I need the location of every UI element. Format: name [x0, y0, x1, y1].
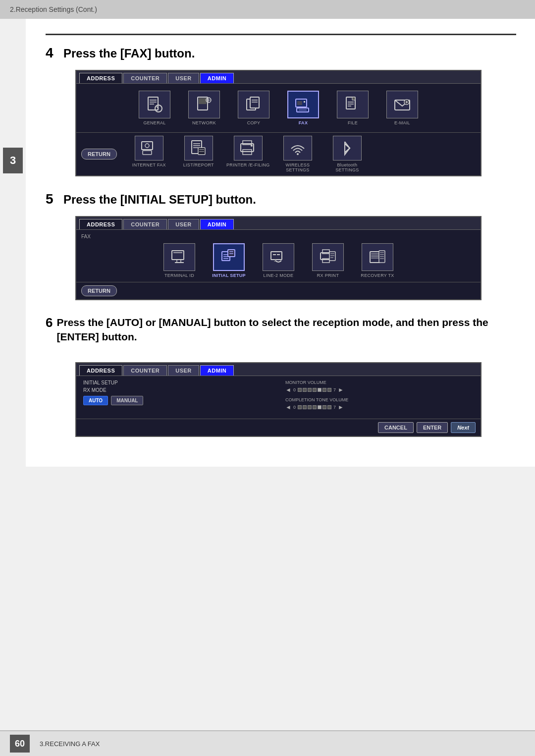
top-header: 2.Reception Settings (Cont.): [0, 0, 535, 19]
comp-vol-left-arrow[interactable]: ◄: [285, 404, 291, 411]
comp-vol-dot-3: [308, 405, 312, 409]
icon-rx-print-label: RX PRINT: [317, 273, 339, 278]
vol-dot-4: [313, 388, 317, 392]
step5-num: 5: [46, 191, 59, 207]
step4-divider: [46, 34, 516, 35]
icon-wireless[interactable]: WIRELESS SETTINGS: [275, 136, 320, 172]
tab-admin[interactable]: ADMIN: [200, 73, 234, 83]
comp-vol-dot-2: [303, 405, 307, 409]
step4-num: 4: [46, 45, 59, 61]
vol-dot-7: [327, 388, 331, 392]
svg-point-41: [251, 145, 253, 147]
icon-printer[interactable]: PRINTER /E-FILING: [226, 136, 270, 172]
vol-right-arrow[interactable]: ►: [338, 386, 344, 393]
panel2-body: FAX TERMINAL ID INITIAL SETUP: [76, 230, 481, 282]
panel1: ADDRESS COUNTER USER ADMIN GENERAL NETWO…: [75, 70, 482, 176]
tab-address[interactable]: ADDRESS: [79, 73, 122, 83]
panel3-footer: CANCEL ENTER Next: [76, 419, 481, 436]
icon-general[interactable]: GENERAL: [132, 91, 177, 125]
icon-bluetooth[interactable]: Bluetooth SETTINGS: [325, 136, 370, 172]
cancel-button[interactable]: CANCEL: [378, 422, 414, 433]
icon-network-label: NETWORK: [192, 120, 216, 125]
panel2-tabs: ADDRESS COUNTER USER ADMIN: [76, 217, 481, 230]
rx-row: INITIAL SETUP RX MODE AUTO MANUAL MONITO…: [83, 380, 474, 415]
panel2-bottom: RETURN: [76, 282, 481, 299]
rx-right: MONITOR VOLUME ◄ 0: [285, 380, 474, 415]
svg-rect-30: [143, 151, 152, 155]
svg-rect-45: [172, 251, 184, 260]
completion-tone-section: COMPLETION TONE VOLUME ◄ 0: [285, 397, 474, 411]
svg-point-43: [297, 153, 299, 155]
panel3-tab-address[interactable]: ADDRESS: [79, 365, 122, 376]
icon-rx-print[interactable]: RX PRINT: [306, 243, 350, 278]
rx-left: INITIAL SETUP RX MODE AUTO MANUAL: [83, 380, 212, 405]
rx-title: INITIAL SETUP: [83, 380, 212, 385]
icon-file[interactable]: FILE: [330, 91, 375, 125]
chapter-number: 3: [3, 148, 23, 173]
enter-button[interactable]: ENTER: [417, 422, 448, 433]
header-title: 2.Reception Settings (Cont.): [10, 5, 97, 13]
comp-vol-dot-4: [313, 405, 317, 409]
rx-buttons: AUTO MANUAL: [83, 396, 212, 405]
panel1-tabs: ADDRESS COUNTER USER ADMIN: [76, 71, 481, 84]
manual-button[interactable]: MANUAL: [111, 396, 143, 405]
comp-vol-dot-5: [318, 405, 321, 409]
panel3-body: INITIAL SETUP RX MODE AUTO MANUAL MONITO…: [76, 376, 481, 419]
svg-rect-28: [142, 142, 153, 150]
icon-fax[interactable]: FAX: [281, 91, 325, 125]
icon-network[interactable]: NETWORK: [182, 91, 226, 125]
vol-dot-2: [303, 388, 307, 392]
completion-tone-label: COMPLETION TONE VOLUME: [285, 397, 474, 402]
svg-point-29: [145, 144, 149, 148]
panel2-tab-admin[interactable]: ADMIN: [200, 219, 234, 229]
vol-left-arrow[interactable]: ◄: [285, 386, 291, 393]
icon-line2-mode[interactable]: 2 LINE-2 MODE: [256, 243, 301, 278]
icon-email[interactable]: E-MAIL: [380, 91, 425, 125]
monitor-volume-label: MONITOR VOLUME: [285, 380, 474, 385]
rx-mode-label: RX MODE: [83, 387, 212, 393]
panel3-tab-admin[interactable]: ADMIN: [200, 365, 234, 376]
icon-list-report[interactable]: LIST/REPORT: [176, 136, 221, 172]
monitor-volume-section: MONITOR VOLUME ◄ 0: [285, 380, 474, 393]
svg-rect-0: [148, 97, 158, 110]
panel3-tab-user[interactable]: USER: [168, 365, 199, 376]
icon-recovery-tx[interactable]: RECOVERY TX: [355, 243, 400, 278]
comp-vol-right-arrow[interactable]: ►: [338, 404, 344, 411]
auto-button[interactable]: AUTO: [83, 396, 108, 405]
icon-initial-setup-label: INITIAL SETUP: [212, 273, 246, 278]
step4-heading: 4 Press the [FAX] button.: [46, 45, 515, 61]
icon-terminal-id[interactable]: TERMINAL ID: [157, 243, 202, 278]
panel2: ADDRESS COUNTER USER ADMIN FAX TERMINAL …: [75, 216, 482, 300]
panel2-tab-counter[interactable]: COUNTER: [123, 219, 167, 229]
panel2-tab-user[interactable]: USER: [168, 219, 199, 229]
icon-recovery-tx-label: RECOVERY TX: [361, 273, 394, 278]
next-button[interactable]: Next: [451, 422, 476, 433]
tab-counter[interactable]: COUNTER: [123, 73, 167, 83]
vol-num-0: 0: [293, 387, 296, 392]
monitor-volume-bar: ◄ 0 7 ►: [285, 386, 474, 393]
comp-vol-dot-6: [322, 405, 326, 409]
vol-dots: [298, 388, 331, 392]
panel1-bottom: RETURN INTERNET FAX LIST/REPORT: [76, 132, 481, 175]
main-content: 4 Press the [FAX] button. ADDRESS COUNTE…: [26, 19, 535, 467]
panel2-return[interactable]: RETURN: [81, 285, 117, 296]
svg-rect-67: [370, 252, 380, 263]
svg-rect-17: [304, 101, 305, 103]
panel1-return[interactable]: RETURN: [81, 149, 117, 160]
svg-rect-12: [250, 97, 259, 108]
icon-internet-fax[interactable]: INTERNET FAX: [127, 136, 171, 172]
footer-text: 3.RECEIVING A FAX: [40, 740, 100, 748]
tab-user[interactable]: USER: [168, 73, 199, 83]
svg-text:2: 2: [274, 258, 276, 263]
panel2-icons: TERMINAL ID INITIAL SETUP 2 LINE-2 MODE: [81, 243, 476, 278]
svg-rect-56: [271, 252, 282, 260]
icon-copy[interactable]: COPY: [231, 91, 276, 125]
panel3: ADDRESS COUNTER USER ADMIN INITIAL SETUP…: [75, 362, 482, 437]
panel1-body: GENERAL NETWORK COPY FAX: [76, 84, 481, 132]
panel3-tab-counter[interactable]: COUNTER: [123, 365, 167, 376]
panel2-tab-address[interactable]: ADDRESS: [79, 219, 122, 229]
step4-text: Press the [FAX] button.: [63, 47, 195, 60]
comp-vol-dot-7: [327, 405, 331, 409]
icon-initial-setup[interactable]: INITIAL SETUP: [207, 243, 251, 278]
icon-fax-label: FAX: [299, 120, 308, 125]
